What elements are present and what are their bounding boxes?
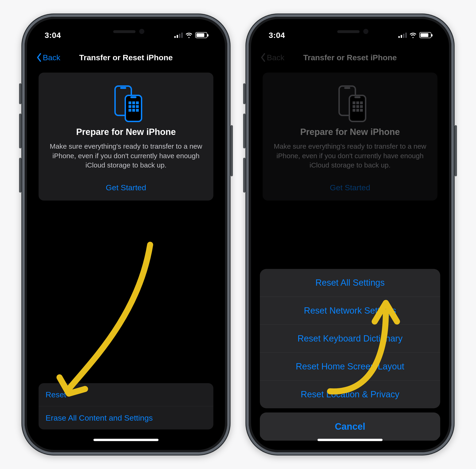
svg-rect-16 <box>354 96 361 98</box>
prepare-body: Make sure everything's ready to transfer… <box>270 142 429 170</box>
reset-location-privacy-option[interactable]: Reset Location & Privacy <box>260 380 440 408</box>
svg-rect-6 <box>136 101 139 104</box>
cellular-icon <box>398 32 407 38</box>
reset-home-screen-layout-option[interactable]: Reset Home Screen Layout <box>260 352 440 380</box>
page-title: Transfer or Reset iPhone <box>303 53 397 62</box>
cancel-button[interactable]: Cancel <box>260 412 440 441</box>
home-indicator[interactable] <box>94 439 159 441</box>
back-button[interactable]: Back <box>36 53 61 62</box>
prepare-heading: Prepare for New iPhone <box>47 127 206 137</box>
reset-action-sheet: Reset All Settings Reset Network Setting… <box>260 269 440 441</box>
svg-rect-10 <box>128 109 131 112</box>
back-button: Back <box>260 53 285 62</box>
svg-rect-3 <box>130 96 136 98</box>
svg-rect-24 <box>356 109 359 112</box>
screen-right: 3:04 Back Transfer or Reset iPhone <box>256 24 444 445</box>
prepare-body: Make sure everything's ready to transfer… <box>47 142 206 170</box>
chevron-left-icon <box>36 53 42 62</box>
svg-rect-2 <box>125 95 142 121</box>
svg-rect-19 <box>360 101 363 104</box>
svg-rect-21 <box>356 105 359 108</box>
svg-rect-18 <box>356 101 359 104</box>
notch <box>302 24 398 38</box>
svg-rect-23 <box>353 109 355 112</box>
chevron-left-icon <box>260 53 266 62</box>
erase-all-row[interactable]: Erase All Content and Settings <box>39 406 213 429</box>
iphone-device-left: 3:04 Back Transfer or Reset iPhone <box>21 14 231 455</box>
reset-row[interactable]: Reset <box>39 383 213 406</box>
wifi-icon <box>410 32 416 38</box>
svg-rect-15 <box>349 95 365 121</box>
cellular-icon <box>174 32 183 38</box>
transfer-phones-icon <box>47 83 206 122</box>
svg-rect-8 <box>132 105 135 108</box>
svg-rect-1 <box>120 87 126 89</box>
status-time: 3:04 <box>45 31 61 40</box>
svg-rect-4 <box>128 101 131 104</box>
svg-rect-7 <box>128 105 131 108</box>
battery-icon <box>195 32 207 38</box>
wifi-icon <box>186 32 192 38</box>
reset-network-settings-option[interactable]: Reset Network Settings <box>260 297 440 325</box>
iphone-device-right: 3:04 Back Transfer or Reset iPhone <box>245 14 455 455</box>
notch <box>78 24 174 38</box>
status-time: 3:04 <box>269 31 285 40</box>
svg-rect-14 <box>344 87 350 89</box>
svg-rect-12 <box>136 109 139 112</box>
svg-rect-22 <box>360 105 363 108</box>
prepare-card: Prepare for New iPhone Make sure everyth… <box>39 73 213 201</box>
svg-rect-11 <box>132 109 135 112</box>
svg-rect-17 <box>353 101 355 104</box>
prepare-heading: Prepare for New iPhone <box>270 127 429 137</box>
reset-list: Reset Erase All Content and Settings <box>39 383 213 429</box>
get-started-button[interactable]: Get Started <box>47 183 206 192</box>
svg-rect-9 <box>136 105 139 108</box>
svg-rect-5 <box>132 101 135 104</box>
home-indicator[interactable] <box>317 439 382 441</box>
screen-left: 3:04 Back Transfer or Reset iPhone <box>32 24 220 445</box>
nav-bar: Back Transfer or Reset iPhone <box>256 47 444 68</box>
get-started-button[interactable]: Get Started <box>270 183 429 192</box>
page-title: Transfer or Reset iPhone <box>79 53 173 62</box>
back-label: Back <box>43 53 61 62</box>
reset-all-settings-option[interactable]: Reset All Settings <box>260 269 440 297</box>
prepare-card: Prepare for New iPhone Make sure everyth… <box>263 73 437 201</box>
reset-keyboard-dictionary-option[interactable]: Reset Keyboard Dictionary <box>260 325 440 352</box>
battery-icon <box>419 32 431 38</box>
svg-rect-20 <box>353 105 355 108</box>
nav-bar: Back Transfer or Reset iPhone <box>32 47 220 68</box>
transfer-phones-icon <box>270 83 429 122</box>
back-label: Back <box>267 53 285 62</box>
svg-rect-25 <box>360 109 363 112</box>
